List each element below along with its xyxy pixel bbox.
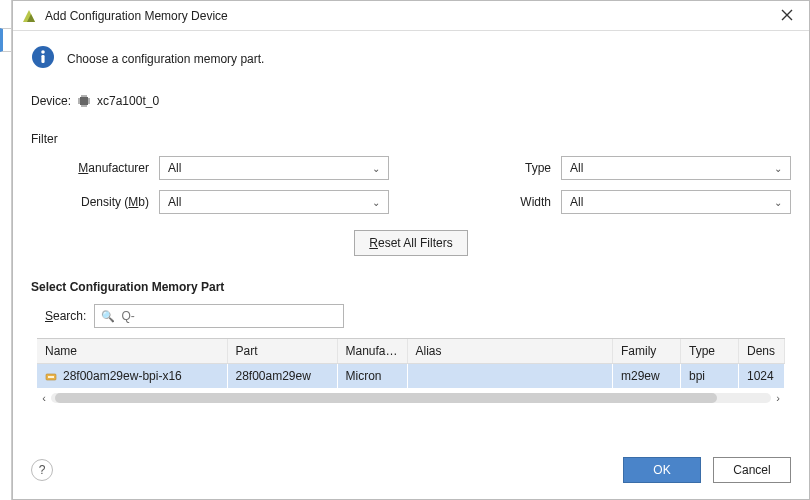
filter-grid: Manufacturer All ⌄ Type All ⌄ Density (M… <box>49 156 791 214</box>
scroll-right-icon[interactable]: › <box>771 392 785 404</box>
svg-rect-3 <box>80 97 88 105</box>
chevron-down-icon: ⌄ <box>372 163 380 174</box>
cell-density: 1024 <box>739 364 785 389</box>
info-icon <box>31 45 55 72</box>
reset-filters-button[interactable]: Reset All Filters <box>354 230 467 256</box>
device-row: Device: xc7a100t_0 <box>31 94 791 108</box>
dialog-footer: ? OK Cancel <box>13 443 809 499</box>
density-value: All <box>168 195 372 209</box>
cell-name: 28f00am29ew-bpi-x16 <box>37 364 227 389</box>
help-button[interactable]: ? <box>31 459 53 481</box>
cell-alias <box>407 364 613 389</box>
cell-type: bpi <box>681 364 739 389</box>
background-panel <box>0 0 12 500</box>
chevron-down-icon: ⌄ <box>372 197 380 208</box>
add-config-memory-dialog: Add Configuration Memory Device Choose a… <box>12 0 810 500</box>
svg-point-1 <box>41 50 45 54</box>
parts-table: Name Part Manufact... Alias Family Type … <box>37 339 785 388</box>
titlebar: Add Configuration Memory Device <box>13 1 809 31</box>
device-label: Device: <box>31 94 71 108</box>
svg-rect-2 <box>41 55 44 63</box>
search-row: Search: 🔍 <box>45 304 791 328</box>
svg-rect-17 <box>48 376 54 378</box>
info-row: Choose a configuration memory part. <box>31 45 791 72</box>
device-value: xc7a100t_0 <box>97 94 159 108</box>
background-tab <box>0 28 11 52</box>
close-icon <box>781 9 793 21</box>
table-header-row: Name Part Manufact... Alias Family Type … <box>37 339 785 364</box>
search-input-wrapper[interactable]: 🔍 <box>94 304 344 328</box>
table-row[interactable]: 28f00am29ew-bpi-x16 28f00am29ew Micron m… <box>37 364 785 389</box>
search-input[interactable] <box>119 308 337 324</box>
col-density[interactable]: Dens <box>739 339 785 364</box>
manufacturer-label: Manufacturer <box>49 161 159 175</box>
width-select[interactable]: All ⌄ <box>561 190 791 214</box>
col-part[interactable]: Part <box>227 339 337 364</box>
filter-section-title: Filter <box>31 132 791 146</box>
col-family[interactable]: Family <box>613 339 681 364</box>
chevron-down-icon: ⌄ <box>774 197 782 208</box>
width-value: All <box>570 195 774 209</box>
col-name[interactable]: Name <box>37 339 227 364</box>
cell-manufacturer: Micron <box>337 364 407 389</box>
width-label: Width <box>501 195 561 209</box>
close-button[interactable] <box>773 7 801 24</box>
parts-table-wrap: Name Part Manufact... Alias Family Type … <box>37 338 785 388</box>
cell-family: m29ew <box>613 364 681 389</box>
cell-part: 28f00am29ew <box>227 364 337 389</box>
info-text: Choose a configuration memory part. <box>67 52 264 66</box>
density-label: Density (Mb) <box>49 195 159 209</box>
search-icon: 🔍 <box>101 310 115 323</box>
type-label: Type <box>501 161 561 175</box>
cancel-button[interactable]: Cancel <box>713 457 791 483</box>
density-select[interactable]: All ⌄ <box>159 190 389 214</box>
scroll-track[interactable] <box>51 393 771 403</box>
type-select[interactable]: All ⌄ <box>561 156 791 180</box>
chip-icon <box>77 94 91 108</box>
scroll-left-icon[interactable]: ‹ <box>37 392 51 404</box>
memory-part-icon <box>45 371 57 383</box>
scroll-thumb[interactable] <box>55 393 717 403</box>
chevron-down-icon: ⌄ <box>774 163 782 174</box>
partlist-section-title: Select Configuration Memory Part <box>31 280 791 294</box>
col-manufacturer[interactable]: Manufact... <box>337 339 407 364</box>
col-type[interactable]: Type <box>681 339 739 364</box>
manufacturer-select[interactable]: All ⌄ <box>159 156 389 180</box>
manufacturer-value: All <box>168 161 372 175</box>
dialog-title: Add Configuration Memory Device <box>45 9 773 23</box>
horizontal-scrollbar[interactable]: ‹ › <box>37 390 785 406</box>
ok-button[interactable]: OK <box>623 457 701 483</box>
type-value: All <box>570 161 774 175</box>
search-label: Search: <box>45 309 86 323</box>
col-alias[interactable]: Alias <box>407 339 613 364</box>
app-icon <box>21 8 37 24</box>
